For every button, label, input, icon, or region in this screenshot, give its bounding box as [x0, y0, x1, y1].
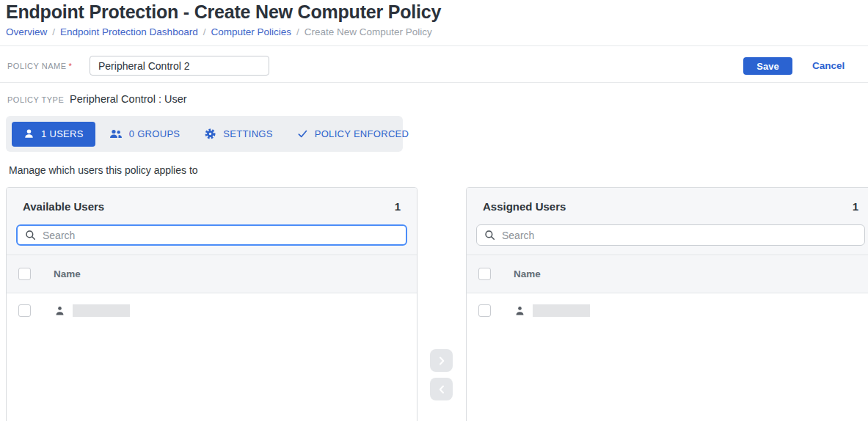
search-icon	[484, 230, 495, 241]
select-all-checkbox[interactable]	[18, 268, 31, 280]
required-asterisk: *	[69, 62, 73, 70]
policy-name-input[interactable]	[90, 56, 269, 76]
assigned-users-search	[476, 224, 865, 246]
available-users-title: Available Users	[23, 200, 104, 213]
divider	[0, 82, 868, 83]
save-button[interactable]: Save	[743, 57, 792, 75]
cancel-button[interactable]: Cancel	[812, 60, 845, 71]
breadcrumb-separator: /	[296, 26, 299, 37]
page-title: Endpoint Protection - Create New Compute…	[6, 1, 441, 23]
assigned-users-header: Assigned Users 1	[467, 188, 868, 255]
user-row-checkbox[interactable]	[18, 304, 31, 317]
breadcrumb-link-endpoint-dashboard[interactable]: Endpoint Protection Dashboard	[60, 26, 198, 37]
tab-settings[interactable]: SETTINGS	[194, 122, 282, 147]
user-name-redacted	[533, 304, 590, 317]
user-row-checkbox[interactable]	[478, 304, 491, 317]
divider	[0, 45, 868, 46]
user-icon	[23, 128, 34, 139]
assigned-users-search-input[interactable]	[502, 230, 857, 241]
available-users-header: Available Users 1	[7, 188, 417, 255]
column-header-name: Name	[54, 268, 81, 279]
assigned-users-table-header: Name	[467, 255, 868, 293]
select-all-checkbox[interactable]	[478, 268, 491, 280]
move-to-assigned-button[interactable]	[430, 349, 453, 372]
assigned-user-row[interactable]	[467, 293, 868, 328]
available-users-count: 1	[395, 200, 401, 213]
breadcrumb-link-overview[interactable]: Overview	[6, 26, 47, 37]
tab-policy-enforced[interactable]: POLICY ENFORCED	[287, 122, 420, 147]
section-description: Manage which users this policy applies t…	[9, 164, 198, 176]
tab-groups[interactable]: 0 GROUPS	[99, 122, 191, 147]
app-window: Endpoint Protection - Create New Compute…	[0, 0, 868, 421]
assigned-users-title: Assigned Users	[483, 200, 566, 213]
breadcrumb-current: Create New Computer Policy	[304, 26, 432, 37]
breadcrumb-separator: /	[203, 26, 206, 37]
breadcrumb: Overview/Endpoint Protection Dashboard/C…	[6, 26, 432, 37]
user-avatar-icon	[515, 306, 525, 316]
available-users-search-input[interactable]	[43, 230, 398, 241]
available-users-panel: Available Users 1 Name	[6, 187, 417, 421]
search-icon	[25, 230, 36, 241]
breadcrumb-separator: /	[52, 26, 55, 37]
assigned-users-panel: Assigned Users 1 Name	[466, 187, 868, 421]
user-avatar-icon	[55, 306, 65, 316]
available-users-table-header: Name	[7, 255, 417, 293]
policy-type-label: POLICY TYPE	[7, 95, 64, 104]
policy-type-value: Peripheral Control : User	[70, 93, 187, 105]
chevron-right-icon	[438, 356, 445, 366]
chevron-left-icon	[438, 384, 445, 395]
tab-bar: 1 USERS 0 GROUPS SETTINGS POLICY ENFORCE…	[6, 116, 403, 152]
policy-name-label: POLICY NAME*	[7, 62, 72, 70]
user-name-redacted	[73, 304, 130, 317]
available-user-row[interactable]	[7, 293, 417, 328]
tab-users[interactable]: 1 USERS	[12, 122, 95, 147]
move-to-available-button[interactable]	[430, 378, 453, 400]
column-header-name: Name	[514, 268, 541, 279]
breadcrumb-link-computer-policies[interactable]: Computer Policies	[211, 26, 291, 37]
available-users-search	[16, 224, 407, 246]
users-icon	[109, 128, 123, 139]
gear-icon	[204, 128, 216, 140]
check-icon	[297, 128, 308, 139]
assigned-users-count: 1	[853, 200, 858, 213]
